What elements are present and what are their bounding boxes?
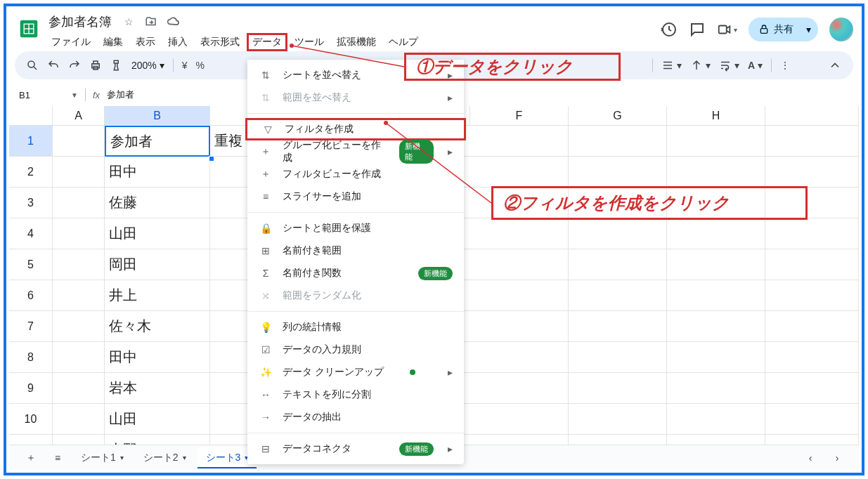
cell[interactable] <box>569 126 667 157</box>
cell[interactable] <box>667 373 765 404</box>
dd-connector[interactable]: ⊟データコネクタ新機能▸ <box>247 438 464 460</box>
cell[interactable] <box>53 157 105 188</box>
cell[interactable] <box>53 342 105 373</box>
scroll-right-icon[interactable]: › <box>825 448 849 468</box>
star-icon[interactable]: ☆ <box>120 13 137 30</box>
dd-validation[interactable]: ☑データの入力規則 <box>247 339 464 361</box>
doc-title[interactable]: 参加者名簿 <box>46 13 115 30</box>
row-header[interactable]: 7 <box>9 311 53 342</box>
col-header-H[interactable]: H <box>667 106 765 126</box>
cell[interactable] <box>210 342 252 373</box>
menu-insert[interactable]: 挿入 <box>162 33 193 51</box>
share-dropdown-icon[interactable]: ▾ <box>803 24 818 35</box>
comment-icon[interactable] <box>689 21 706 38</box>
cell[interactable] <box>569 280 667 311</box>
cell[interactable] <box>667 342 765 373</box>
cell[interactable] <box>53 188 105 218</box>
cell[interactable] <box>210 249 252 280</box>
scroll-left-icon[interactable]: ‹ <box>798 448 822 468</box>
undo-icon[interactable] <box>47 59 60 72</box>
cell[interactable] <box>569 404 667 435</box>
more-icon[interactable]: ⋮ <box>780 60 790 71</box>
menu-extensions[interactable]: 拡張機能 <box>331 33 382 51</box>
cell[interactable] <box>569 218 667 249</box>
cell[interactable] <box>53 404 105 435</box>
col-header-G[interactable]: G <box>569 106 667 126</box>
cell[interactable] <box>210 157 252 188</box>
cell[interactable] <box>667 280 765 311</box>
cell[interactable] <box>765 404 859 435</box>
selection-handle[interactable] <box>209 156 214 162</box>
dd-group-view[interactable]: ＋グループ化ビューを作成新機能▸ <box>247 140 464 163</box>
rotate-icon[interactable]: A▾ <box>748 60 763 71</box>
avatar[interactable] <box>829 18 853 41</box>
row-header[interactable]: 3 <box>9 188 53 218</box>
cell[interactable] <box>569 249 667 280</box>
cell[interactable] <box>765 311 859 342</box>
dd-named-range[interactable]: ⊞名前付き範囲 <box>247 240 464 262</box>
cell[interactable] <box>569 157 667 188</box>
cell[interactable] <box>210 280 252 311</box>
wrap-icon[interactable]: ▾ <box>719 59 739 72</box>
collapse-icon[interactable] <box>828 58 842 72</box>
cell[interactable] <box>53 373 105 404</box>
name-box[interactable]: B1 <box>15 90 64 100</box>
cell[interactable] <box>210 218 252 249</box>
cell[interactable] <box>667 404 765 435</box>
row-header[interactable]: 5 <box>9 249 53 280</box>
cell[interactable] <box>210 404 252 435</box>
zoom-level[interactable]: 200% ▾ <box>131 60 164 71</box>
row-header[interactable]: 8 <box>9 342 53 373</box>
menu-format[interactable]: 表示形式 <box>195 33 245 51</box>
col-header-A[interactable]: A <box>53 106 105 126</box>
cell[interactable] <box>765 249 859 280</box>
row-header[interactable]: 6 <box>9 280 53 311</box>
cell[interactable] <box>470 218 569 249</box>
cell[interactable] <box>470 280 569 311</box>
col-header-B[interactable]: B <box>105 106 210 126</box>
cell[interactable] <box>569 311 667 342</box>
row-header[interactable]: 4 <box>9 218 53 249</box>
dd-create-filter[interactable]: ▽フィルタを作成 <box>245 118 466 140</box>
sheets-logo[interactable] <box>15 15 43 43</box>
meet-icon[interactable]: ▾ <box>717 21 737 38</box>
print-icon[interactable] <box>89 59 102 72</box>
halign-icon[interactable]: ▾ <box>661 59 682 72</box>
cell[interactable] <box>569 373 667 404</box>
cell[interactable]: 田中 <box>105 157 210 188</box>
currency-button[interactable]: ¥ <box>182 60 188 71</box>
row-header[interactable]: 9 <box>9 373 53 404</box>
cell[interactable]: 岩本 <box>105 373 210 404</box>
cell[interactable]: 佐々木 <box>105 311 210 342</box>
row-header[interactable]: 2 <box>9 157 53 188</box>
cell[interactable]: 井上 <box>105 280 210 311</box>
cell[interactable] <box>667 249 765 280</box>
col-header-F[interactable]: F <box>470 106 569 126</box>
cell[interactable]: 田中 <box>105 342 210 373</box>
history-icon[interactable] <box>661 21 678 38</box>
fx-value[interactable]: 参加者 <box>107 88 134 101</box>
menu-edit[interactable]: 編集 <box>98 33 129 51</box>
percent-button[interactable]: % <box>196 60 205 71</box>
cell[interactable] <box>667 311 765 342</box>
dd-col-stats[interactable]: 💡列の統計情報 <box>247 316 464 339</box>
redo-icon[interactable] <box>68 59 81 72</box>
cell[interactable] <box>470 249 569 280</box>
paint-icon[interactable] <box>110 59 123 72</box>
cell[interactable] <box>53 249 105 280</box>
cell[interactable] <box>210 311 252 342</box>
cell[interactable]: 参加者 <box>105 126 210 157</box>
cell[interactable] <box>53 218 105 249</box>
search-icon[interactable] <box>26 59 39 72</box>
cell[interactable]: 岡田 <box>105 249 210 280</box>
menu-data[interactable]: データ <box>247 33 287 51</box>
cell[interactable]: 山田 <box>105 218 210 249</box>
sheet-tab-2[interactable]: シート2▾ <box>135 447 195 468</box>
move-icon[interactable] <box>143 13 160 30</box>
cell[interactable]: 山田 <box>105 404 210 435</box>
all-sheets-button[interactable]: ≡ <box>46 448 70 468</box>
dd-split[interactable]: ↔テキストを列に分割 <box>247 383 464 406</box>
dd-protect[interactable]: 🔒シートと範囲を保護 <box>247 217 464 240</box>
cell[interactable] <box>53 280 105 311</box>
menu-tools[interactable]: ツール <box>289 33 330 51</box>
